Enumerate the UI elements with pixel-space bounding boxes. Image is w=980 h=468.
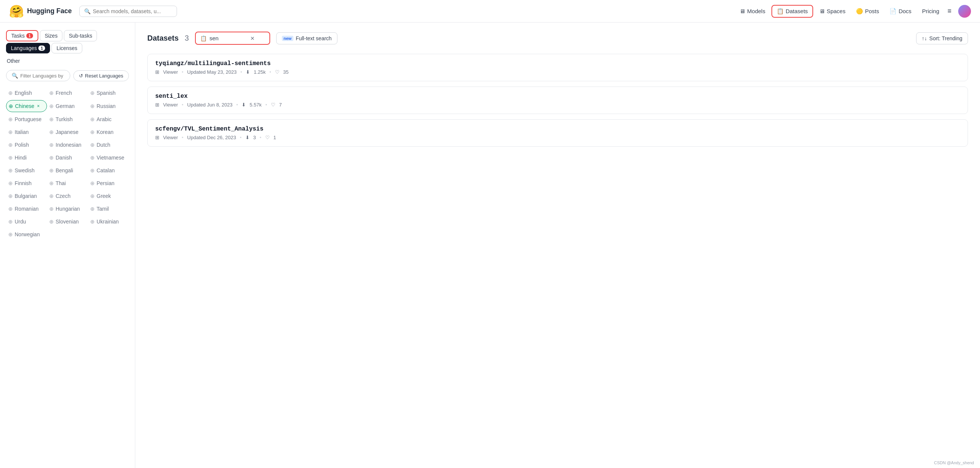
lang-item-tamil[interactable]: ⊕ Tamil bbox=[88, 203, 129, 214]
globe-icon: ⊕ bbox=[49, 103, 54, 109]
lang-item-bengali[interactable]: ⊕ Bengali bbox=[47, 165, 88, 176]
dataset-list: tyqiangz/multilingual-sentiments ⊞ Viewe… bbox=[147, 54, 968, 147]
globe-icon: ⊕ bbox=[49, 168, 54, 173]
global-search-input[interactable] bbox=[93, 8, 161, 14]
download-icon: ⬇ bbox=[245, 135, 250, 141]
lang-item-spanish[interactable]: ⊕ Spanish bbox=[88, 87, 129, 99]
like-icon: ♡ bbox=[265, 135, 270, 141]
lang-label: Arabic bbox=[97, 116, 111, 122]
globe-icon: ⊕ bbox=[8, 116, 13, 122]
dataset-card-multilingual-sentiments[interactable]: tyqiangz/multilingual-sentiments ⊞ Viewe… bbox=[147, 54, 968, 81]
lang-item-bulgarian[interactable]: ⊕ Bulgarian bbox=[6, 190, 47, 202]
nav-posts[interactable]: 🟡 Posts bbox=[851, 6, 884, 17]
lang-item-romanian[interactable]: ⊕ Romanian bbox=[6, 203, 47, 214]
globe-icon: ⊕ bbox=[90, 116, 95, 122]
tab-subtasks[interactable]: Sub-tasks bbox=[64, 30, 97, 42]
language-filter-input-box[interactable]: 🔍 bbox=[6, 70, 70, 81]
lang-label: Danish bbox=[56, 155, 72, 161]
lang-item-slovenian[interactable]: ⊕ Slovenian bbox=[47, 216, 88, 227]
lang-item-english[interactable]: ⊕ English bbox=[6, 87, 47, 99]
dataset-downloads: 3 bbox=[253, 135, 256, 141]
sort-button[interactable]: ↑↓ Sort: Trending bbox=[916, 32, 968, 45]
lang-item-french[interactable]: ⊕ French bbox=[47, 87, 88, 99]
logo[interactable]: 🤗 Hugging Face bbox=[9, 4, 72, 18]
lang-item-swedish[interactable]: ⊕ Swedish bbox=[6, 165, 47, 176]
dataset-viewer-label: Viewer bbox=[163, 102, 178, 108]
lang-label: Urdu bbox=[15, 219, 26, 225]
lang-item-indonesian[interactable]: ⊕ Indonesian bbox=[47, 139, 88, 150]
lang-item-greek[interactable]: ⊕ Greek bbox=[88, 190, 129, 202]
lang-item-turkish[interactable]: ⊕ Turkish bbox=[47, 113, 88, 125]
nav-datasets[interactable]: 📋 Datasets bbox=[772, 5, 813, 18]
lang-item-hungarian[interactable]: ⊕ Hungarian bbox=[47, 203, 88, 214]
fulltext-search-button[interactable]: new Full-text search bbox=[276, 32, 337, 45]
main-layout: Tasks 1 Sizes Sub-tasks Languages 1 Lice… bbox=[0, 22, 980, 468]
globe-icon: ⊕ bbox=[90, 129, 95, 135]
lang-label: Hungarian bbox=[56, 206, 80, 212]
lang-item-catalan[interactable]: ⊕ Catalan bbox=[88, 165, 129, 176]
tab-languages[interactable]: Languages 1 bbox=[6, 43, 50, 53]
spaces-icon: 🖥 bbox=[819, 8, 825, 14]
lang-label: Finnish bbox=[15, 180, 32, 186]
lang-label: Ukrainian bbox=[97, 219, 119, 225]
dataset-type-icon: ⊞ bbox=[155, 69, 159, 75]
lang-item-finnish[interactable]: ⊕ Finnish bbox=[6, 177, 47, 189]
lang-item-persian[interactable]: ⊕ Persian bbox=[88, 177, 129, 189]
logo-emoji: 🤗 bbox=[9, 4, 24, 18]
lang-label: Greek bbox=[97, 193, 111, 199]
globe-icon: ⊕ bbox=[90, 103, 95, 109]
reset-languages-button[interactable]: ↺ Reset Languages bbox=[73, 70, 129, 81]
lang-item-ukrainian[interactable]: ⊕ Ukrainian bbox=[88, 216, 129, 227]
lang-item-vietnamese[interactable]: ⊕ Vietnamese bbox=[88, 152, 129, 163]
lang-label: French bbox=[56, 90, 72, 96]
dataset-search-box[interactable]: 📋 ✕ bbox=[195, 32, 270, 45]
dataset-card-senti-lex[interactable]: senti_lex ⊞ Viewer • Updated Jun 8, 2023… bbox=[147, 86, 968, 114]
meta-separator: • bbox=[265, 102, 267, 108]
dataset-likes: 7 bbox=[279, 102, 282, 108]
global-search[interactable]: 🔍 bbox=[79, 6, 177, 17]
lang-item-chinese[interactable]: ⊕ Chinese × bbox=[6, 100, 47, 112]
lang-item-korean[interactable]: ⊕ Korean bbox=[88, 126, 129, 138]
lang-item-urdu[interactable]: ⊕ Urdu bbox=[6, 216, 47, 227]
remove-lang-button[interactable]: × bbox=[37, 104, 40, 109]
meta-separator: • bbox=[182, 102, 184, 108]
lang-item-italian[interactable]: ⊕ Italian bbox=[6, 126, 47, 138]
globe-icon: ⊕ bbox=[8, 219, 13, 225]
lang-item-russian[interactable]: ⊕ Russian bbox=[88, 100, 129, 112]
lang-label: English bbox=[15, 90, 32, 96]
lang-item-dutch[interactable]: ⊕ Dutch bbox=[88, 139, 129, 150]
lang-item-hindi[interactable]: ⊕ Hindi bbox=[6, 152, 47, 163]
lang-item-japanese[interactable]: ⊕ Japanese bbox=[47, 126, 88, 138]
clear-search-button[interactable]: ✕ bbox=[250, 35, 255, 42]
sort-icon: ↑↓ bbox=[922, 35, 927, 42]
meta-separator: • bbox=[182, 135, 184, 141]
lang-item-portuguese[interactable]: ⊕ Portuguese bbox=[6, 113, 47, 125]
avatar[interactable] bbox=[958, 5, 971, 18]
nav-spaces[interactable]: 🖥 Spaces bbox=[815, 6, 850, 16]
dataset-search-input[interactable] bbox=[210, 35, 247, 42]
tab-sizes[interactable]: Sizes bbox=[40, 30, 62, 42]
nav-pricing[interactable]: Pricing bbox=[918, 6, 944, 16]
dataset-card-tvl-sentiment[interactable]: scfengv/TVL_Sentiment_Analysis ⊞ Viewer … bbox=[147, 119, 968, 147]
lang-item-german[interactable]: ⊕ German bbox=[47, 100, 88, 112]
lang-item-thai[interactable]: ⊕ Thai bbox=[47, 177, 88, 189]
nav-docs[interactable]: 📄 Docs bbox=[885, 6, 916, 17]
dataset-viewer-label: Viewer bbox=[163, 135, 178, 141]
lang-item-norwegian[interactable]: ⊕ Norwegian bbox=[6, 229, 47, 240]
sidebar: Tasks 1 Sizes Sub-tasks Languages 1 Lice… bbox=[0, 22, 135, 468]
lang-label: Slovenian bbox=[56, 219, 79, 225]
datasets-icon: 📋 bbox=[777, 8, 784, 15]
lang-item-czech[interactable]: ⊕ Czech bbox=[47, 190, 88, 202]
tab-tasks[interactable]: Tasks 1 bbox=[6, 30, 38, 42]
lang-item-danish[interactable]: ⊕ Danish bbox=[47, 152, 88, 163]
nav-models[interactable]: 🖥 Models bbox=[735, 6, 770, 16]
globe-icon: ⊕ bbox=[90, 180, 95, 186]
reset-icon: ↺ bbox=[79, 73, 83, 78]
language-filter-input[interactable] bbox=[20, 73, 65, 78]
like-icon: ♡ bbox=[271, 102, 275, 108]
lang-item-polish[interactable]: ⊕ Polish bbox=[6, 139, 47, 150]
globe-icon: ⊕ bbox=[49, 142, 54, 148]
tab-licenses[interactable]: Licenses bbox=[51, 43, 82, 53]
more-menu-button[interactable]: ≡ bbox=[945, 5, 954, 17]
lang-item-arabic[interactable]: ⊕ Arabic bbox=[88, 113, 129, 125]
